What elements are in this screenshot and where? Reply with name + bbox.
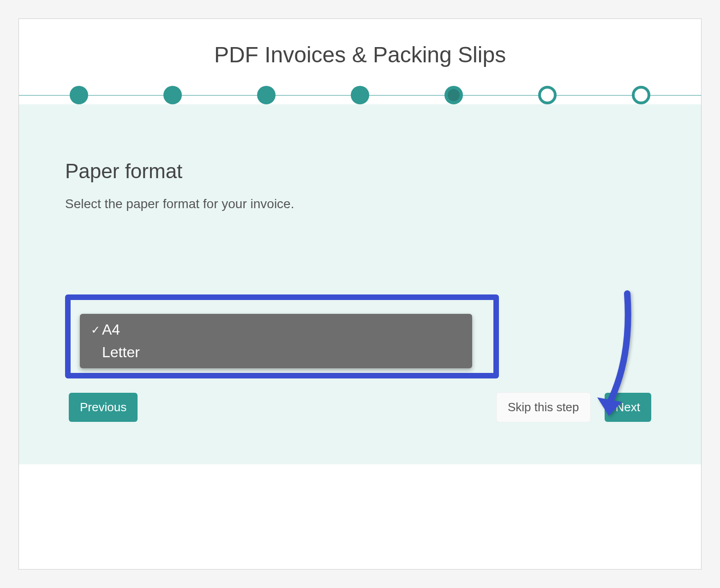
skip-step-button[interactable]: Skip this step [496, 392, 591, 422]
right-button-group: Skip this step Next [496, 392, 651, 422]
dropdown-option-label: A4 [102, 321, 120, 338]
paper-format-dropdown[interactable]: ✓ A4 Letter [80, 314, 472, 368]
step-1[interactable] [70, 86, 88, 104]
previous-button[interactable]: Previous [69, 393, 138, 422]
step-2[interactable] [163, 86, 182, 104]
step-4[interactable] [351, 86, 369, 104]
wizard-buttons: Previous Skip this step Next [65, 392, 655, 422]
section-subtext: Select the paper format for your invoice… [65, 197, 655, 211]
step-7[interactable] [632, 86, 650, 104]
dropdown-option-letter[interactable]: Letter [80, 341, 472, 364]
progress-steps [19, 86, 701, 104]
wizard-card: PDF Invoices & Packing Slips Paper forma… [18, 18, 702, 570]
next-button[interactable]: Next [605, 393, 651, 422]
highlight-annotation: ✓ A4 Letter [65, 294, 499, 378]
wizard-panel: Paper format Select the paper format for… [19, 104, 701, 464]
section-heading: Paper format [65, 160, 655, 183]
dropdown-option-a4[interactable]: ✓ A4 [80, 318, 472, 341]
wizard-title: PDF Invoices & Packing Slips [19, 19, 701, 86]
check-icon: ✓ [89, 324, 102, 336]
dropdown-option-label: Letter [102, 344, 140, 361]
step-3[interactable] [257, 86, 276, 104]
step-5-current[interactable] [444, 86, 463, 104]
step-6[interactable] [538, 86, 557, 104]
